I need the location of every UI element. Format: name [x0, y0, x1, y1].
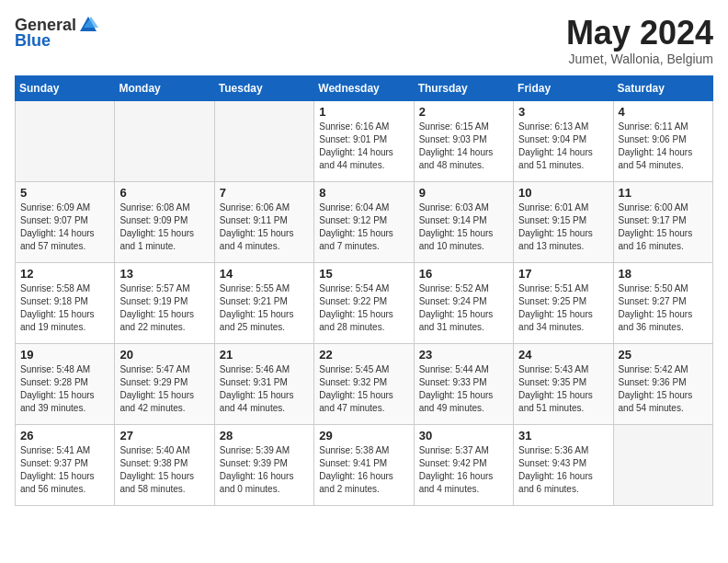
day-number: 3	[518, 105, 608, 119]
calendar-cell	[214, 100, 313, 181]
day-info: Sunrise: 5:43 AM Sunset: 9:35 PM Dayligh…	[518, 363, 608, 415]
day-info: Sunrise: 5:50 AM Sunset: 9:27 PM Dayligh…	[619, 282, 708, 334]
day-info: Sunrise: 6:09 AM Sunset: 9:07 PM Dayligh…	[20, 201, 109, 253]
day-number: 12	[20, 267, 109, 281]
calendar-cell: 11Sunrise: 6:00 AM Sunset: 9:17 PM Dayli…	[613, 181, 712, 262]
calendar-cell: 18Sunrise: 5:50 AM Sunset: 9:27 PM Dayli…	[613, 262, 712, 343]
weekday-header-wednesday: Wednesday	[314, 75, 414, 100]
week-row-4: 19Sunrise: 5:48 AM Sunset: 9:28 PM Dayli…	[16, 343, 713, 424]
day-number: 31	[518, 429, 608, 442]
day-info: Sunrise: 5:41 AM Sunset: 9:37 PM Dayligh…	[20, 444, 109, 496]
calendar-cell: 31Sunrise: 5:36 AM Sunset: 9:43 PM Dayli…	[514, 424, 613, 505]
location: Jumet, Wallonia, Belgium	[566, 52, 713, 66]
day-number: 10	[518, 186, 608, 200]
day-number: 6	[119, 186, 209, 200]
day-info: Sunrise: 5:40 AM Sunset: 9:38 PM Dayligh…	[119, 444, 209, 496]
calendar-cell: 19Sunrise: 5:48 AM Sunset: 9:28 PM Dayli…	[16, 343, 115, 424]
day-number: 29	[319, 429, 408, 442]
day-number: 21	[220, 348, 309, 362]
week-row-3: 12Sunrise: 5:58 AM Sunset: 9:18 PM Dayli…	[16, 262, 713, 343]
calendar-cell: 2Sunrise: 6:15 AM Sunset: 9:03 PM Daylig…	[414, 100, 513, 181]
day-info: Sunrise: 5:44 AM Sunset: 9:33 PM Dayligh…	[419, 363, 508, 415]
day-number: 17	[518, 267, 608, 281]
weekday-header-monday: Monday	[115, 75, 214, 100]
day-info: Sunrise: 5:47 AM Sunset: 9:29 PM Dayligh…	[119, 363, 209, 415]
day-info: Sunrise: 5:58 AM Sunset: 9:18 PM Dayligh…	[20, 282, 109, 334]
logo-icon	[78, 15, 98, 35]
calendar-cell: 7Sunrise: 6:06 AM Sunset: 9:11 PM Daylig…	[214, 181, 313, 262]
day-info: Sunrise: 5:54 AM Sunset: 9:22 PM Dayligh…	[319, 282, 408, 334]
calendar-cell: 13Sunrise: 5:57 AM Sunset: 9:19 PM Dayli…	[115, 262, 214, 343]
day-number: 13	[119, 267, 209, 281]
calendar-cell: 6Sunrise: 6:08 AM Sunset: 9:09 PM Daylig…	[115, 181, 214, 262]
day-info: Sunrise: 5:57 AM Sunset: 9:19 PM Dayligh…	[119, 282, 209, 334]
day-number: 7	[220, 186, 309, 200]
day-number: 14	[220, 267, 309, 281]
day-info: Sunrise: 6:00 AM Sunset: 9:17 PM Dayligh…	[619, 201, 708, 253]
calendar-cell: 29Sunrise: 5:38 AM Sunset: 9:41 PM Dayli…	[314, 424, 414, 505]
day-number: 2	[419, 105, 508, 119]
calendar-cell: 14Sunrise: 5:55 AM Sunset: 9:21 PM Dayli…	[214, 262, 313, 343]
day-info: Sunrise: 6:16 AM Sunset: 9:01 PM Dayligh…	[319, 121, 408, 172]
day-info: Sunrise: 5:51 AM Sunset: 9:25 PM Dayligh…	[518, 282, 608, 334]
day-info: Sunrise: 5:52 AM Sunset: 9:24 PM Dayligh…	[419, 282, 508, 334]
day-number: 26	[20, 429, 109, 442]
calendar-cell	[613, 424, 712, 505]
day-number: 5	[20, 186, 109, 200]
day-number: 9	[419, 186, 508, 200]
day-number: 18	[619, 267, 708, 281]
calendar-cell: 20Sunrise: 5:47 AM Sunset: 9:29 PM Dayli…	[115, 343, 214, 424]
calendar-cell: 27Sunrise: 5:40 AM Sunset: 9:38 PM Dayli…	[115, 424, 214, 505]
weekday-header-friday: Friday	[514, 75, 613, 100]
calendar-cell: 24Sunrise: 5:43 AM Sunset: 9:35 PM Dayli…	[514, 343, 613, 424]
day-number: 23	[419, 348, 508, 362]
day-info: Sunrise: 5:46 AM Sunset: 9:31 PM Dayligh…	[220, 363, 309, 415]
calendar-cell: 9Sunrise: 6:03 AM Sunset: 9:14 PM Daylig…	[414, 181, 513, 262]
calendar-cell: 25Sunrise: 5:42 AM Sunset: 9:36 PM Dayli…	[613, 343, 712, 424]
day-number: 15	[319, 267, 408, 281]
calendar-cell: 12Sunrise: 5:58 AM Sunset: 9:18 PM Dayli…	[16, 262, 115, 343]
calendar-cell	[115, 100, 214, 181]
calendar-cell: 30Sunrise: 5:37 AM Sunset: 9:42 PM Dayli…	[414, 424, 513, 505]
day-number: 1	[319, 105, 408, 119]
calendar-cell: 21Sunrise: 5:46 AM Sunset: 9:31 PM Dayli…	[214, 343, 313, 424]
day-number: 28	[220, 429, 309, 442]
weekday-header-thursday: Thursday	[414, 75, 513, 100]
calendar-cell: 5Sunrise: 6:09 AM Sunset: 9:07 PM Daylig…	[16, 181, 115, 262]
calendar-cell: 16Sunrise: 5:52 AM Sunset: 9:24 PM Dayli…	[414, 262, 513, 343]
weekday-header-tuesday: Tuesday	[214, 75, 313, 100]
calendar-cell: 26Sunrise: 5:41 AM Sunset: 9:37 PM Dayli…	[16, 424, 115, 505]
calendar-cell: 4Sunrise: 6:11 AM Sunset: 9:06 PM Daylig…	[613, 100, 712, 181]
day-info: Sunrise: 6:13 AM Sunset: 9:04 PM Dayligh…	[518, 121, 608, 172]
calendar-cell: 22Sunrise: 5:45 AM Sunset: 9:32 PM Dayli…	[314, 343, 414, 424]
day-number: 27	[119, 429, 209, 442]
day-info: Sunrise: 6:08 AM Sunset: 9:09 PM Dayligh…	[119, 201, 209, 253]
logo: General Blue	[15, 15, 100, 51]
month-title: May 2024	[566, 15, 713, 52]
day-info: Sunrise: 5:45 AM Sunset: 9:32 PM Dayligh…	[319, 363, 408, 415]
day-info: Sunrise: 6:01 AM Sunset: 9:15 PM Dayligh…	[518, 201, 608, 253]
day-number: 22	[319, 348, 408, 362]
page-header: General Blue May 2024 Jumet, Wallonia, B…	[15, 15, 713, 66]
day-info: Sunrise: 5:36 AM Sunset: 9:43 PM Dayligh…	[518, 444, 608, 496]
weekday-header-row: SundayMondayTuesdayWednesdayThursdayFrid…	[16, 75, 713, 100]
day-number: 25	[619, 348, 708, 362]
day-info: Sunrise: 5:42 AM Sunset: 9:36 PM Dayligh…	[619, 363, 708, 415]
calendar-cell: 15Sunrise: 5:54 AM Sunset: 9:22 PM Dayli…	[314, 262, 414, 343]
day-info: Sunrise: 6:11 AM Sunset: 9:06 PM Dayligh…	[619, 121, 708, 172]
day-info: Sunrise: 5:48 AM Sunset: 9:28 PM Dayligh…	[20, 363, 109, 415]
week-row-2: 5Sunrise: 6:09 AM Sunset: 9:07 PM Daylig…	[16, 181, 713, 262]
day-number: 11	[619, 186, 708, 200]
day-number: 30	[419, 429, 508, 442]
day-info: Sunrise: 5:39 AM Sunset: 9:39 PM Dayligh…	[220, 444, 309, 496]
day-info: Sunrise: 5:37 AM Sunset: 9:42 PM Dayligh…	[419, 444, 508, 496]
calendar-cell: 1Sunrise: 6:16 AM Sunset: 9:01 PM Daylig…	[314, 100, 414, 181]
weekday-header-saturday: Saturday	[613, 75, 712, 100]
day-info: Sunrise: 6:15 AM Sunset: 9:03 PM Dayligh…	[419, 121, 508, 172]
calendar-cell	[16, 100, 115, 181]
day-info: Sunrise: 5:38 AM Sunset: 9:41 PM Dayligh…	[319, 444, 408, 496]
calendar-cell: 10Sunrise: 6:01 AM Sunset: 9:15 PM Dayli…	[514, 181, 613, 262]
title-area: May 2024 Jumet, Wallonia, Belgium	[566, 15, 713, 66]
day-number: 4	[619, 105, 708, 119]
day-number: 16	[419, 267, 508, 281]
